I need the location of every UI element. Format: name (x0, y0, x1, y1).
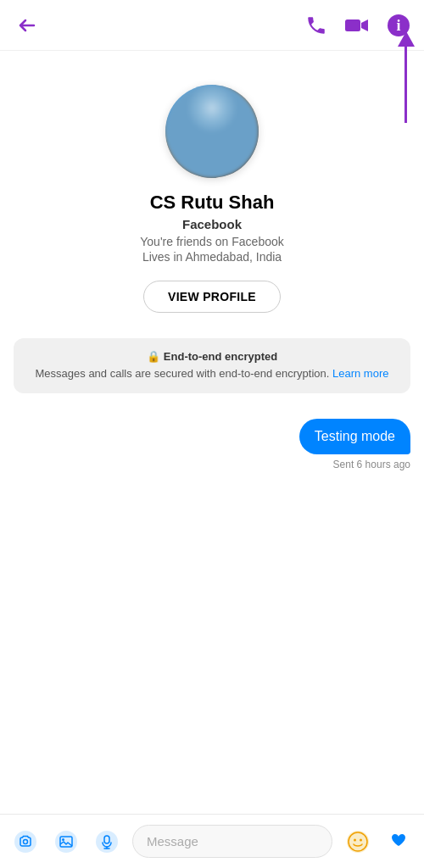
svg-rect-0 (345, 19, 360, 31)
input-bar (0, 814, 424, 868)
info-button[interactable]: i (387, 14, 410, 37)
encryption-title: 🔒 End-to-end encrypted (27, 350, 397, 363)
phone-call-button[interactable] (305, 14, 327, 36)
camera-icon (14, 830, 37, 854)
svg-point-12 (347, 831, 369, 853)
image-button[interactable] (51, 826, 81, 857)
encryption-banner: 🔒 End-to-end encrypted Messages and call… (14, 338, 410, 393)
video-icon (344, 14, 370, 36)
mic-button[interactable] (92, 826, 122, 857)
message-bubble: Testing mode (299, 419, 410, 454)
bottom-spacer (0, 512, 424, 580)
encryption-description: Messages and calls are secured with end-… (27, 366, 397, 381)
lock-icon: 🔒 (147, 350, 160, 363)
phone-icon (305, 14, 327, 36)
svg-text:i: i (396, 17, 400, 34)
image-icon (54, 830, 78, 854)
back-arrow-icon (17, 15, 37, 36)
info-icon: i (387, 14, 410, 37)
emoji-button[interactable] (343, 826, 373, 857)
header: i (0, 0, 424, 51)
mic-icon (95, 830, 119, 854)
profile-location: Lives in Ahmedabad, India (142, 250, 282, 264)
view-profile-button[interactable]: VIEW PROFILE (143, 281, 281, 313)
like-icon (387, 830, 410, 854)
like-button[interactable] (383, 826, 414, 857)
message-item: Testing mode Sent 6 hours ago (299, 419, 410, 470)
svg-point-3 (14, 831, 36, 853)
svg-point-5 (55, 831, 77, 853)
avatar (165, 85, 259, 178)
back-button[interactable] (14, 12, 41, 39)
camera-button[interactable] (10, 826, 41, 857)
svg-point-14 (354, 838, 356, 841)
profile-name: CS Rutu Shah (150, 192, 275, 214)
message-input[interactable] (132, 825, 332, 858)
avatar-image (165, 85, 259, 178)
video-call-button[interactable] (344, 14, 370, 36)
emoji-icon (346, 830, 370, 854)
header-right: i (305, 14, 410, 37)
profile-platform: Facebook (182, 217, 242, 231)
svg-point-8 (96, 831, 118, 853)
messages-area: Testing mode Sent 6 hours ago (0, 410, 424, 512)
profile-friends-text: You're friends on Facebook (140, 235, 284, 248)
svg-point-15 (360, 838, 362, 841)
message-timestamp: Sent 6 hours ago (333, 459, 410, 470)
svg-point-7 (62, 838, 64, 841)
profile-section: CS Rutu Shah Facebook You're friends on … (0, 51, 424, 338)
header-left (14, 12, 41, 39)
learn-more-link[interactable]: Learn more (332, 367, 388, 380)
